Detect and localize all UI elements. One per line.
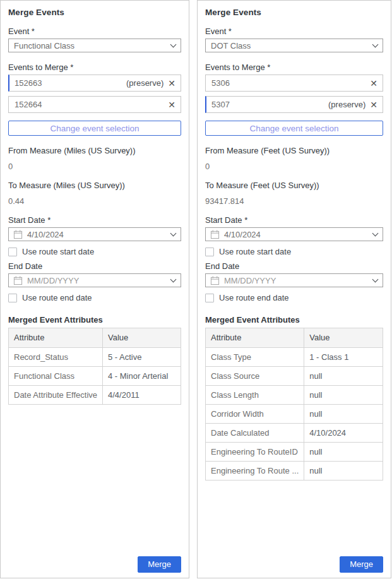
use-route-start-date-row: Use route start date [8, 247, 181, 256]
calendar-icon [210, 230, 220, 239]
table-row: Class Lengthnull [206, 386, 383, 405]
merged-attributes-heading: Merged Event Attributes [205, 315, 383, 325]
from-measure-label: From Measure (Miles (US Survey)) [8, 146, 181, 155]
use-route-start-date-checkbox[interactable] [8, 248, 17, 256]
panel-title: Merge Events [205, 8, 383, 17]
attribute-column-header: Attribute [206, 328, 304, 348]
use-route-end-date-row: Use route end date [8, 293, 181, 302]
attribute-value-cell: null [304, 367, 383, 386]
use-route-start-date-label: Use route start date [219, 247, 291, 256]
attribute-name-cell: Functional Class [9, 367, 103, 386]
use-route-start-date-checkbox[interactable] [205, 248, 214, 256]
table-row: Functional Class4 - Minor Arterial [9, 367, 181, 386]
attribute-value-cell: null [304, 462, 383, 481]
chevron-down-icon [170, 276, 177, 282]
close-icon[interactable]: ✕ [168, 79, 175, 88]
event-label: Event * [205, 27, 383, 36]
event-selected-value: DOT Class [211, 41, 373, 51]
chevron-down-icon [372, 41, 379, 47]
close-icon[interactable]: ✕ [168, 100, 175, 109]
use-route-end-date-checkbox[interactable] [205, 294, 214, 302]
use-route-end-date-checkbox[interactable] [8, 294, 17, 302]
end-date-picker[interactable]: MM/DD/YYYY [205, 273, 383, 287]
from-measure-value: 0 [205, 162, 383, 171]
use-route-end-date-label: Use route end date [22, 293, 92, 302]
use-route-start-date-row: Use route start date [205, 247, 383, 256]
attribute-name-cell: Date Attribute Effective [9, 386, 103, 405]
attribute-value-cell: 1 - Class 1 [304, 348, 383, 367]
attribute-name-cell: Engineering To RouteID [206, 443, 304, 462]
calendar-icon [13, 230, 23, 239]
table-row: Record_Status5 - Active [9, 348, 181, 367]
attribute-name-cell: Date Calculated [206, 424, 304, 443]
attribute-value-cell: null [304, 386, 383, 405]
from-measure-label: From Measure (Feet (US Survey)) [205, 146, 383, 155]
attribute-name-cell: Class Type [206, 348, 304, 367]
attribute-value-cell: 5 - Active [103, 348, 181, 367]
event-input-row[interactable]: 5307 (preserve) ✕ [205, 96, 383, 113]
attribute-value-cell: 4 - Minor Arterial [103, 367, 181, 386]
panel-footer: Merge [8, 556, 181, 573]
calendar-icon [13, 276, 23, 285]
start-date-picker[interactable]: 4/10/2024 [8, 227, 181, 241]
table-header-row: Attribute Value [9, 328, 181, 348]
merged-attributes-table: Attribute Value Class Type1 - Class 1Cla… [205, 328, 383, 481]
end-date-label: End Date [8, 261, 181, 271]
use-route-start-date-label: Use route start date [22, 247, 94, 256]
events-to-merge-label: Events to Merge * [8, 63, 181, 72]
use-route-end-date-row: Use route end date [205, 293, 383, 302]
table-row: Engineering To Route ...null [206, 462, 383, 481]
event-input-row[interactable]: 5306 ✕ [205, 75, 383, 92]
change-event-selection-button[interactable]: Change event selection [205, 121, 383, 136]
table-row: Engineering To RouteIDnull [206, 443, 383, 462]
value-column-header: Value [304, 328, 383, 348]
merge-events-widget: Merge Events Event * Functional Class Ev… [0, 0, 392, 578]
change-event-selection-button[interactable]: Change event selection [8, 121, 181, 136]
start-date-label: Start Date * [205, 215, 383, 225]
start-date-value: 4/10/2024 [27, 230, 167, 239]
end-date-placeholder: MM/DD/YYYY [224, 276, 369, 285]
end-date-picker[interactable]: MM/DD/YYYY [8, 273, 181, 287]
panel-title: Merge Events [8, 8, 181, 17]
event-input-row[interactable]: 152663 (preserve) ✕ [8, 75, 181, 92]
end-date-placeholder: MM/DD/YYYY [27, 276, 167, 285]
attributes-table-body: Class Type1 - Class 1Class SourcenullCla… [206, 348, 383, 481]
merge-events-panel-left: Merge Events Event * Functional Class Ev… [0, 0, 189, 578]
event-select[interactable]: DOT Class [205, 39, 383, 52]
to-measure-value: 93417.814 [205, 196, 383, 206]
merge-events-panel-right: Merge Events Event * DOT Class Events to… [197, 0, 391, 578]
table-row: Date Calculated4/10/2024 [206, 424, 383, 443]
event-id: 152664 [15, 100, 163, 109]
merge-button[interactable]: Merge [138, 556, 181, 573]
merged-attributes-heading: Merged Event Attributes [8, 315, 181, 325]
event-id: 5306 [211, 78, 365, 88]
attribute-name-cell: Engineering To Route ... [206, 462, 304, 481]
table-header-row: Attribute Value [206, 328, 383, 348]
event-select[interactable]: Functional Class [8, 39, 181, 52]
attribute-value-cell: 4/10/2024 [304, 424, 383, 443]
events-to-merge-label: Events to Merge * [205, 63, 383, 72]
attribute-name-cell: Record_Status [9, 348, 103, 367]
table-row: Corridor Widthnull [206, 405, 383, 424]
event-label: Event * [8, 27, 181, 36]
attribute-value-cell: null [304, 443, 383, 462]
merge-button[interactable]: Merge [340, 556, 383, 573]
chevron-down-icon [372, 276, 379, 282]
table-row: Class Sourcenull [206, 367, 383, 386]
close-icon[interactable]: ✕ [370, 79, 377, 88]
attribute-name-cell: Class Source [206, 367, 304, 386]
start-date-picker[interactable]: 4/10/2024 [205, 227, 383, 241]
merged-attributes-table: Attribute Value Record_Status5 - ActiveF… [8, 328, 181, 405]
end-date-label: End Date [205, 261, 383, 271]
event-input-row[interactable]: 152664 ✕ [8, 96, 181, 113]
use-route-end-date-label: Use route end date [219, 293, 289, 302]
attribute-value-cell: null [304, 405, 383, 424]
value-column-header: Value [103, 328, 181, 348]
close-icon[interactable]: ✕ [370, 100, 377, 109]
event-selected-value: Functional Class [14, 41, 171, 51]
preserve-tag: (preserve) [126, 78, 163, 88]
attributes-table-body: Record_Status5 - ActiveFunctional Class4… [9, 348, 181, 405]
preserve-tag: (preserve) [328, 100, 365, 109]
to-measure-label: To Measure (Miles (US Survey)) [8, 181, 181, 190]
calendar-icon [210, 276, 220, 285]
